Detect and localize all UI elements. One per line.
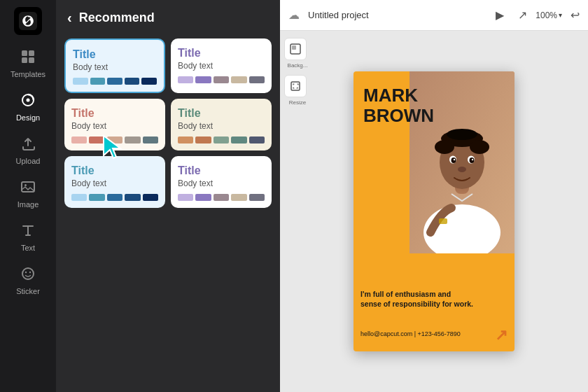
- swatch: [214, 76, 229, 83]
- color-card-card6[interactable]: TitleBody text: [171, 156, 272, 208]
- templates-label: Templates: [10, 70, 46, 78]
- sidebar-item-templates[interactable]: Templates: [4, 43, 52, 84]
- svg-point-29: [472, 159, 473, 160]
- swatch: [178, 194, 193, 201]
- color-swatches: [73, 78, 157, 85]
- swatch: [195, 194, 211, 201]
- undo-button[interactable]: ↩: [570, 8, 580, 22]
- card-title: Title: [178, 107, 265, 120]
- card-title: Title: [73, 48, 157, 61]
- color-swatches: [178, 194, 265, 201]
- swatch: [107, 136, 122, 144]
- card-title: Title: [178, 164, 265, 177]
- design-panel: ‹ Recommend TitleBody textTitleBody text…: [56, 0, 280, 392]
- color-card-card5[interactable]: TitleBody text: [64, 156, 165, 208]
- sidebar-item-image[interactable]: Image: [4, 174, 52, 214]
- image-label: Image: [18, 200, 39, 209]
- swatch: [143, 194, 158, 201]
- svg-rect-14: [292, 46, 296, 50]
- svg-point-8: [24, 184, 27, 186]
- color-card-card1[interactable]: TitleBody text: [64, 38, 165, 93]
- svg-point-22: [470, 140, 489, 154]
- svg-rect-7: [22, 182, 34, 192]
- resume-name: MARK BROWN: [363, 85, 434, 125]
- upload-icon: [20, 136, 36, 154]
- templates-icon: [20, 49, 36, 67]
- color-swatches: [178, 136, 265, 144]
- zoom-control[interactable]: 100% ▾: [536, 10, 562, 20]
- color-card-card3[interactable]: TitleBody text: [64, 99, 165, 150]
- swatch: [249, 136, 265, 144]
- card-body: Body text: [71, 121, 158, 131]
- color-swatches: [71, 136, 158, 144]
- svg-point-10: [25, 272, 27, 273]
- svg-point-30: [458, 167, 466, 172]
- swatch: [231, 76, 246, 83]
- color-swatches: [71, 194, 158, 201]
- svg-rect-2: [29, 50, 34, 56]
- resume-tagline: I'm full of enthusiasm and sense of resp…: [360, 289, 507, 309]
- svg-rect-4: [29, 57, 34, 63]
- image-icon: [20, 179, 36, 197]
- svg-point-11: [29, 272, 31, 273]
- svg-rect-3: [22, 57, 27, 63]
- sidebar-item-design[interactable]: Design: [4, 87, 52, 127]
- swatch: [214, 194, 229, 201]
- swatch: [125, 194, 140, 201]
- sticker-icon: [20, 266, 36, 284]
- card-title: Title: [71, 107, 158, 120]
- upload-label: Upload: [16, 157, 41, 165]
- swatch: [89, 194, 104, 201]
- card-body: Body text: [178, 178, 265, 188]
- card-title: Title: [178, 47, 265, 59]
- canvas-workspace[interactable]: MARK BROWN: [280, 31, 588, 392]
- share-button[interactable]: ↗: [518, 8, 527, 22]
- svg-point-23: [447, 129, 477, 140]
- swatch: [125, 136, 140, 144]
- zoom-label: 100%: [536, 10, 557, 20]
- resize-tool-btn[interactable]: [284, 75, 307, 97]
- sidebar: Templates Design Upload: [0, 0, 56, 392]
- color-card-card4[interactable]: TitleBody text: [171, 99, 272, 150]
- swatch: [195, 136, 211, 144]
- text-label: Text: [21, 244, 35, 252]
- color-card-card2[interactable]: TitleBody text: [171, 38, 272, 93]
- swatch: [249, 194, 265, 201]
- swatch: [71, 194, 87, 201]
- back-button[interactable]: ‹: [67, 10, 72, 26]
- swatch: [73, 78, 88, 85]
- resume-decorative-arrow: ↗: [495, 326, 507, 344]
- text-icon: [20, 223, 36, 241]
- swatch: [231, 136, 246, 144]
- design-icon: [20, 92, 36, 111]
- color-cards-grid: TitleBody textTitleBody textTitleBody te…: [56, 33, 280, 214]
- sticker-label: Sticker: [16, 287, 40, 295]
- app-logo: [14, 7, 42, 35]
- swatch: [178, 76, 193, 83]
- svg-point-27: [470, 158, 475, 163]
- card-title: Title: [71, 164, 158, 177]
- main-toolbar: ☁ Untitled project ▶ ↗ 100% ▾ ↩: [280, 0, 588, 31]
- background-tool-btn[interactable]: [284, 38, 307, 60]
- swatch: [107, 194, 122, 201]
- svg-rect-15: [291, 82, 300, 90]
- panel-title: Recommend: [79, 10, 155, 25]
- resume-contact: hello@capcut.com | +123-456-7890: [360, 330, 461, 337]
- resume-card: MARK BROWN: [354, 71, 514, 351]
- sidebar-item-sticker[interactable]: Sticker: [4, 260, 52, 301]
- svg-point-6: [27, 99, 30, 102]
- swatch: [125, 78, 140, 85]
- background-label: Backg...: [284, 63, 311, 69]
- swatch: [231, 194, 246, 201]
- zoom-chevron: ▾: [559, 11, 562, 19]
- svg-point-26: [451, 158, 456, 163]
- card-body: Body text: [73, 62, 157, 72]
- sidebar-item-upload[interactable]: Upload: [4, 130, 52, 171]
- project-name[interactable]: Untitled project: [308, 10, 369, 20]
- color-swatches: [178, 76, 265, 83]
- play-button[interactable]: ▶: [490, 6, 510, 25]
- card-body: Body text: [178, 61, 265, 71]
- swatch: [178, 136, 193, 144]
- svg-point-21: [435, 140, 454, 154]
- sidebar-item-text[interactable]: Text: [4, 217, 52, 258]
